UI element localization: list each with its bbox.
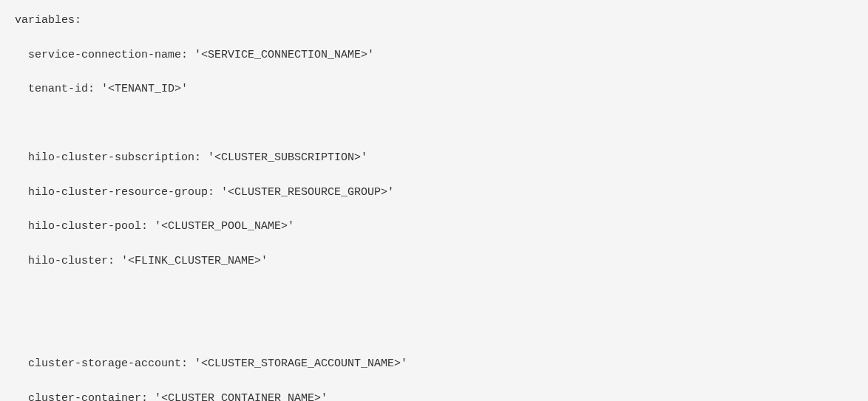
yaml-key: hilo-cluster-pool bbox=[28, 220, 141, 233]
yaml-value: '<FLINK_CLUSTER_NAME>' bbox=[121, 255, 268, 267]
code-line: tenant-id: '<TENANT_ID>' bbox=[15, 80, 853, 97]
code-line: hilo-cluster-subscription: '<CLUSTER_SUB… bbox=[15, 149, 853, 166]
code-header-line: variables: bbox=[15, 12, 853, 29]
code-line: hilo-cluster-resource-group: '<CLUSTER_R… bbox=[15, 184, 853, 201]
blank-line bbox=[15, 115, 853, 132]
code-line: cluster-storage-account: '<CLUSTER_STORA… bbox=[15, 355, 853, 372]
yaml-key: cluster-container bbox=[28, 392, 141, 402]
code-block: variables: service-connection-name: '<SE… bbox=[15, 12, 853, 401]
yaml-key: tenant-id bbox=[28, 83, 88, 95]
blank-line bbox=[15, 287, 853, 304]
yaml-key: cluster-storage-account bbox=[28, 357, 181, 370]
header-key: variables: bbox=[15, 14, 81, 27]
blank-line bbox=[15, 321, 853, 338]
yaml-value: '<CLUSTER_STORAGE_ACCOUNT_NAME>' bbox=[194, 357, 407, 370]
code-line: hilo-cluster: '<FLINK_CLUSTER_NAME>' bbox=[15, 253, 853, 270]
code-line: cluster-container: '<CLUSTER_CONTAINER_N… bbox=[15, 390, 853, 402]
yaml-value: '<SERVICE_CONNECTION_NAME>' bbox=[194, 49, 374, 61]
yaml-value: '<CLUSTER_RESOURCE_GROUP>' bbox=[221, 186, 394, 199]
yaml-value: '<CLUSTER_CONTAINER_NAME>' bbox=[155, 392, 328, 402]
yaml-value: '<CLUSTER_SUBSCRIPTION>' bbox=[208, 151, 367, 164]
yaml-key: hilo-cluster-subscription bbox=[28, 151, 194, 164]
yaml-key: hilo-cluster-resource-group bbox=[28, 186, 208, 199]
yaml-value: '<TENANT_ID>' bbox=[101, 83, 188, 95]
code-line: hilo-cluster-pool: '<CLUSTER_POOL_NAME>' bbox=[15, 218, 853, 235]
code-line: service-connection-name: '<SERVICE_CONNE… bbox=[15, 47, 853, 64]
yaml-key: service-connection-name bbox=[28, 49, 181, 61]
yaml-key: hilo-cluster bbox=[28, 255, 108, 267]
yaml-value: '<CLUSTER_POOL_NAME>' bbox=[155, 220, 294, 233]
